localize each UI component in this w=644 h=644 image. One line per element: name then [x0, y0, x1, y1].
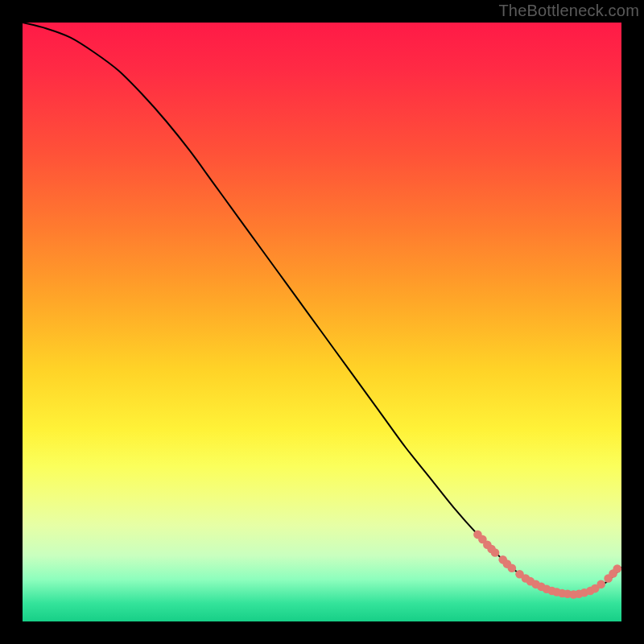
- data-markers: [473, 530, 621, 599]
- plot-area: [23, 23, 621, 621]
- chart-svg: [23, 23, 621, 621]
- watermark-text: TheBottleneck.com: [498, 2, 639, 20]
- data-point: [508, 564, 517, 572]
- data-point: [613, 564, 621, 573]
- data-point: [597, 580, 605, 589]
- data-point: [491, 548, 500, 557]
- bottleneck-curve: [23, 23, 621, 595]
- chart-frame: TheBottleneck.com: [0, 0, 644, 644]
